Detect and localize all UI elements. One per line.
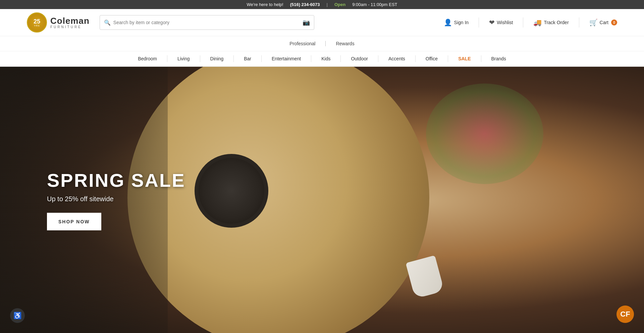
header-actions: 👤 Sign In ❤ Wishlist 🚚 Track Order 🛒 Car…: [444, 17, 617, 27]
nav-kids[interactable]: Kids: [311, 51, 340, 66]
logo-brand-sub: FURNITURE: [50, 25, 90, 29]
cart-link[interactable]: 🛒 Cart 0: [589, 18, 617, 26]
nav-rewards[interactable]: Rewards: [326, 40, 364, 48]
nav-accents[interactable]: Accents: [378, 51, 415, 66]
logo-name: Coleman FURNITURE: [50, 16, 90, 29]
cart-icon: 🛒: [589, 18, 598, 26]
chat-button[interactable]: CF: [616, 306, 634, 323]
nav-outdoor[interactable]: Outdoor: [341, 51, 378, 66]
logo-badge-number: 25: [34, 18, 40, 24]
user-icon: 👤: [444, 18, 452, 26]
track-order-label: Track Order: [544, 20, 569, 25]
divider: [479, 17, 479, 27]
chat-label: CF: [620, 310, 630, 319]
hero-flowers: [426, 84, 543, 184]
cart-label: Cart: [600, 20, 608, 25]
heart-icon: ❤: [489, 18, 495, 26]
hero-banner: SPRING SALE Up to 25% off sitewide SHOP …: [0, 67, 644, 333]
hero-content: SPRING SALE Up to 25% off sitewide SHOP …: [47, 170, 185, 230]
header: 25 YRS Coleman FURNITURE 🔍 📷 👤 Sign In ❤…: [0, 9, 644, 36]
help-text: We're here to help!: [247, 2, 283, 7]
nav-bar[interactable]: Bar: [234, 51, 261, 66]
logo-badge-text: YRS: [34, 24, 40, 27]
phone-number: (516) 234-6073: [290, 2, 320, 7]
logo-brand-name: Coleman: [50, 16, 90, 25]
search-bar: 🔍 📷: [100, 15, 314, 30]
search-input[interactable]: [113, 20, 303, 25]
nav-entertainment[interactable]: Entertainment: [262, 51, 311, 66]
sign-in-label: Sign In: [454, 20, 469, 25]
logo-badge: 25 YRS: [27, 12, 47, 33]
sign-in-link[interactable]: 👤 Sign In: [444, 18, 469, 26]
nav-dining[interactable]: Dining: [200, 51, 234, 66]
separator: |: [327, 2, 328, 7]
divider: [523, 17, 523, 27]
nav-sale[interactable]: SALE: [448, 51, 481, 66]
camera-icon[interactable]: 📷: [303, 19, 310, 26]
search-icon: 🔍: [104, 19, 111, 26]
wishlist-label: Wishlist: [497, 20, 513, 25]
logo-link[interactable]: 25 YRS Coleman FURNITURE: [27, 12, 90, 33]
main-nav: Bedroom Living Dining Bar Entertainment …: [0, 51, 644, 67]
hero-title: SPRING SALE: [47, 170, 185, 190]
nav-bedroom[interactable]: Bedroom: [128, 51, 167, 66]
track-order-link[interactable]: 🚚 Track Order: [533, 18, 569, 26]
hours: 9:00am - 11:00pm EST: [352, 2, 397, 7]
shop-now-button[interactable]: SHOP NOW: [47, 213, 101, 230]
accessibility-icon: ♿: [13, 312, 22, 320]
open-label: Open: [334, 2, 345, 7]
nav-living[interactable]: Living: [167, 51, 200, 66]
truck-icon: 🚚: [533, 18, 542, 26]
nav-professional[interactable]: Professional: [279, 40, 325, 48]
hero-subtitle: Up to 25% off sitewide: [47, 195, 185, 203]
accessibility-button[interactable]: ♿: [10, 308, 25, 323]
divider: [579, 17, 579, 27]
hero-plate: [195, 154, 268, 228]
top-bar: We're here to help! (516) 234-6073 | Ope…: [0, 0, 644, 9]
wishlist-link[interactable]: ❤ Wishlist: [489, 18, 513, 26]
secondary-nav: Professional Rewards: [0, 36, 644, 51]
nav-office[interactable]: Office: [416, 51, 448, 66]
cart-badge: 0: [611, 19, 617, 25]
nav-brands[interactable]: Brands: [481, 51, 516, 66]
